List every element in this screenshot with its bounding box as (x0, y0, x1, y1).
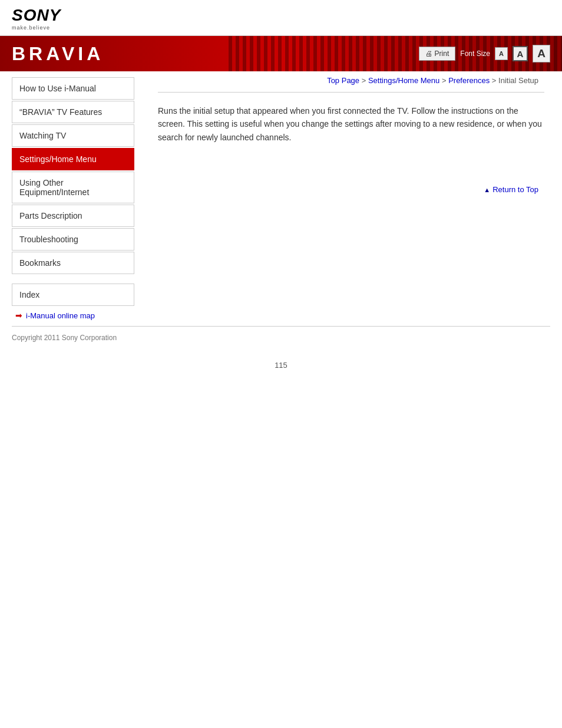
font-medium-button[interactable]: A (513, 46, 528, 61)
content-divider (158, 92, 544, 93)
content-body: Runs the initial setup that appeared whe… (158, 104, 544, 144)
breadcrumb-settings[interactable]: Settings/Home Menu (368, 76, 439, 85)
online-map-link[interactable]: ➡ i-Manual online map (12, 311, 134, 320)
sidebar-item-index[interactable]: Index (12, 284, 134, 306)
main-layout: How to Use i-Manual “BRAVIA” TV Features… (0, 71, 562, 326)
sidebar-item-other-equipment[interactable]: Using Other Equipment/Internet (12, 172, 134, 203)
page-number: 115 (0, 349, 562, 375)
sony-logo: SONY make.believe (12, 6, 550, 31)
banner-controls: 🖨 Print Font Size A A A (419, 45, 550, 62)
breadcrumb: Top Page > Settings/Home Menu > Preferen… (158, 76, 544, 85)
bravia-title: BRAVIA (12, 43, 104, 64)
sidebar-item-troubleshooting[interactable]: Troubleshooting (12, 228, 134, 251)
sidebar-item-bookmarks[interactable]: Bookmarks (12, 252, 134, 274)
print-button[interactable]: 🖨 Print (419, 47, 456, 61)
content-area: Top Page > Settings/Home Menu > Preferen… (140, 71, 562, 326)
footer: Copyright 2011 Sony Corporation (0, 327, 562, 349)
sony-brand-text: SONY (12, 6, 61, 25)
breadcrumb-sep2: > (439, 76, 448, 85)
copyright-text: Copyright 2011 Sony Corporation (12, 334, 117, 342)
sidebar-item-parts-description[interactable]: Parts Description (12, 205, 134, 227)
return-top-label: Return to Top (492, 185, 538, 194)
banner-title: BRAVIA (0, 43, 104, 65)
sidebar: How to Use i-Manual “BRAVIA” TV Features… (0, 71, 140, 326)
breadcrumb-current: Initial Setup (498, 76, 538, 85)
online-map-label: i-Manual online map (26, 311, 95, 320)
breadcrumb-sep1: > (359, 76, 368, 85)
print-icon: 🖨 (425, 50, 432, 58)
arrow-right-icon: ➡ (15, 311, 22, 320)
sidebar-item-bravia-features[interactable]: “BRAVIA” TV Features (12, 101, 134, 123)
sidebar-item-watching-tv[interactable]: Watching TV (12, 124, 134, 147)
breadcrumb-sep3: > (490, 76, 498, 85)
header: SONY make.believe (0, 0, 562, 36)
breadcrumb-top-page[interactable]: Top Page (327, 76, 359, 85)
return-to-top-link[interactable]: ▲ Return to Top (484, 185, 538, 194)
font-small-button[interactable]: A (495, 47, 508, 60)
sidebar-item-settings-home-menu[interactable]: Settings/Home Menu (12, 148, 134, 170)
return-top-row: ▲ Return to Top (158, 179, 544, 200)
print-label: Print (435, 50, 449, 58)
sony-tagline: make.believe (12, 25, 50, 31)
font-large-button[interactable]: A (533, 45, 550, 62)
banner: BRAVIA 🖨 Print Font Size A A A (0, 36, 562, 71)
font-size-label: Font Size (460, 50, 490, 58)
triangle-up-icon: ▲ (484, 186, 490, 193)
breadcrumb-preferences[interactable]: Preferences (448, 76, 490, 85)
sidebar-item-how-to-use[interactable]: How to Use i-Manual (12, 77, 134, 100)
